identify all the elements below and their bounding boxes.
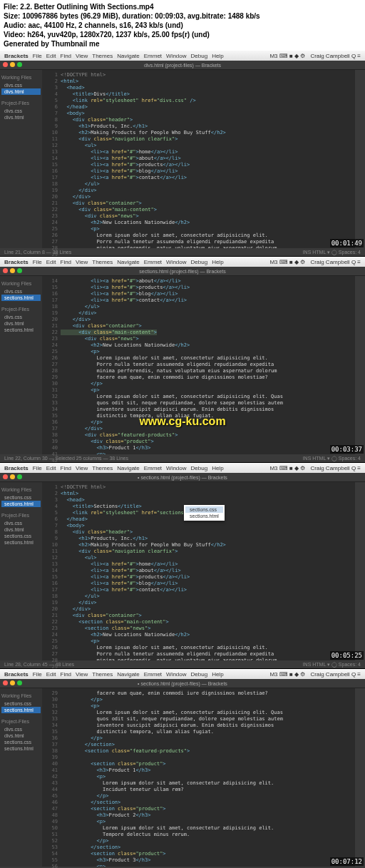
menu-navigate[interactable]: Navigate <box>117 53 140 59</box>
menu-window[interactable]: Window <box>166 53 186 59</box>
autocomplete-option[interactable]: sections.css <box>185 506 223 513</box>
autocomplete-option[interactable]: sections.html <box>185 513 223 519</box>
timestamp: 00:03:37 <box>330 445 364 454</box>
menu-edit[interactable]: Edit <box>46 53 56 59</box>
autocomplete-popup[interactable]: sections.css sections.html <box>184 505 225 521</box>
sidebar-item[interactable]: divs.html <box>1 114 41 121</box>
thumbnail-pane-2: Brackets FileEditFindViewThemesNavigateE… <box>0 257 365 463</box>
app-name: Brackets <box>4 53 29 59</box>
document-tab[interactable]: sections.html (project-files) — Brackets <box>0 267 365 276</box>
right-toolbar[interactable] <box>355 70 365 248</box>
menu-help[interactable]: Help <box>212 53 223 59</box>
sidebar-item[interactable]: divs.html <box>1 88 41 95</box>
window-controls[interactable] <box>3 268 22 273</box>
menu-emmet[interactable]: Emmet <box>144 53 162 59</box>
code-editor[interactable]: facere eum quae, enim commodi iure digni… <box>61 688 355 867</box>
menu-themes[interactable]: Themes <box>92 53 113 59</box>
menubar-status: M3 ⌨ ■ ◆ ⚙ Craig Campbell Q ≡ <box>266 53 361 59</box>
code-editor[interactable]: <!DOCTYPE html> <html> <head> <title>Div… <box>61 70 355 248</box>
timestamp: 00:07:12 <box>330 857 364 866</box>
sidebar-item[interactable]: divs.css <box>1 82 41 88</box>
thumbnail-pane-1: Brackets File Edit Find View Themes Navi… <box>0 51 365 257</box>
document-tab[interactable]: divs.html (project-files) — Brackets <box>0 61 365 70</box>
thumbnail-pane-4: Brackets FileEditFindViewThemesNavigateE… <box>0 669 365 868</box>
thumbnail-pane-3: Brackets FileEditFindViewThemesNavigateE… <box>0 463 365 669</box>
timestamp: 00:01:49 <box>330 239 364 247</box>
thumbnail-metadata: File: 2.2. Better Outlining With Section… <box>0 0 365 51</box>
sidebar: Working Files divs.css divs.html project… <box>0 70 42 248</box>
menu-debug[interactable]: Debug <box>191 53 208 59</box>
menu-file[interactable]: File <box>33 53 42 59</box>
window-controls[interactable] <box>3 62 22 67</box>
menu-bar: Brackets FileEditFindViewThemesNavigateE… <box>0 257 365 267</box>
line-gutter: 1234567891011121314151617181920212223242… <box>42 70 61 248</box>
code-editor[interactable]: <li><a href="#">about</a></li> <li><a hr… <box>61 276 355 454</box>
filename: 2.2. Better Outlining With Sections.mp4 <box>20 3 153 11</box>
menu-view[interactable]: View <box>76 53 88 59</box>
timestamp: 00:05:25 <box>330 651 364 660</box>
sidebar-item[interactable]: divs.css <box>1 108 41 114</box>
menu-bar: Brackets File Edit Find View Themes Navi… <box>0 51 365 61</box>
menu-find[interactable]: Find <box>61 53 72 59</box>
